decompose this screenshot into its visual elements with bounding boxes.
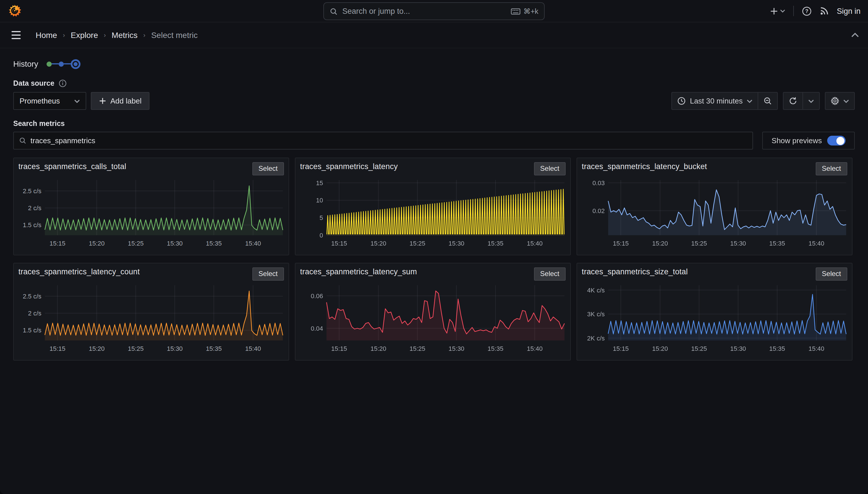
chevron-down-icon	[843, 99, 849, 103]
svg-text:15:15: 15:15	[50, 345, 65, 352]
history-step-connector	[63, 63, 71, 65]
global-search-input[interactable]: Search or jump to... ⌘+k	[323, 2, 545, 20]
panel-title: traces_spanmetrics_latency_count	[18, 267, 140, 276]
svg-text:15:40: 15:40	[245, 345, 261, 352]
sign-in-button[interactable]: Sign in	[837, 6, 861, 15]
svg-text:15:30: 15:30	[449, 240, 465, 247]
refresh-button[interactable]	[784, 93, 803, 109]
breadcrumb-separator: ›	[143, 32, 145, 39]
info-icon	[58, 79, 66, 88]
panel-select-button[interactable]: Select	[534, 162, 566, 175]
svg-text:0.06: 0.06	[311, 292, 323, 300]
breadcrumb-metrics[interactable]: Metrics	[112, 31, 137, 40]
panel-chart-preview: 0.020.0315:1515:2015:2515:3015:3515:40	[582, 176, 847, 252]
history-step-dot[interactable]	[46, 61, 52, 66]
panel-header: traces_spanmetrics_size_total Select	[582, 267, 847, 281]
search-metrics-value: traces_spanmetrics	[31, 136, 95, 145]
svg-text:0.02: 0.02	[592, 207, 605, 214]
metric-panels-grid: traces_spanmetrics_calls_total Select 1.…	[13, 157, 855, 361]
svg-text:0.04: 0.04	[311, 325, 323, 332]
show-previews-label: Show previews	[772, 136, 822, 145]
history-steps[interactable]	[46, 59, 80, 69]
history-current-step[interactable]	[71, 59, 80, 69]
plus-icon	[769, 6, 778, 15]
svg-text:15:20: 15:20	[652, 240, 668, 247]
refresh-icon	[789, 97, 797, 105]
breadcrumb-explore[interactable]: Explore	[71, 31, 98, 40]
breadcrumb-separator: ›	[63, 32, 65, 39]
svg-text:15:40: 15:40	[245, 240, 261, 247]
panel-select-button[interactable]: Select	[815, 162, 847, 175]
svg-text:15:20: 15:20	[652, 345, 668, 352]
svg-text:15:20: 15:20	[89, 240, 105, 247]
time-range-label: Last 30 minutes	[690, 97, 743, 105]
svg-text:0.03: 0.03	[592, 179, 605, 187]
datasource-picker[interactable]: Prometheus	[13, 92, 86, 110]
panel-title: traces_spanmetrics_latency_sum	[300, 267, 417, 276]
metric-panel: traces_spanmetrics_latency_count Select …	[13, 263, 289, 361]
svg-text:15:15: 15:15	[613, 345, 629, 352]
mega-menu-toggle[interactable]	[9, 29, 23, 41]
keyboard-icon	[511, 8, 520, 15]
panel-select-button[interactable]: Select	[252, 267, 284, 281]
new-menu-button[interactable]	[769, 6, 785, 15]
time-range-picker[interactable]: Last 30 minutes	[672, 93, 757, 109]
chevron-down-icon	[74, 99, 80, 103]
collapse-controls-button[interactable]	[851, 33, 859, 37]
show-previews-control: Show previews	[762, 132, 855, 150]
panel-select-button[interactable]: Select	[815, 267, 847, 281]
svg-text:15:30: 15:30	[730, 345, 746, 352]
svg-text:15:25: 15:25	[691, 240, 707, 247]
search-metrics-row: traces_spanmetrics Show previews	[13, 132, 855, 150]
svg-text:15:30: 15:30	[167, 345, 183, 352]
svg-text:15:25: 15:25	[128, 345, 144, 352]
search-metrics-label: Search metrics	[13, 120, 855, 128]
refresh-group	[783, 92, 820, 110]
svg-text:15:25: 15:25	[128, 240, 144, 247]
refresh-interval-dropdown[interactable]	[803, 93, 819, 109]
svg-text:15:25: 15:25	[691, 345, 707, 352]
chevron-down-icon	[808, 99, 814, 103]
history-step-dot[interactable]	[58, 61, 63, 66]
svg-text:15:25: 15:25	[410, 240, 426, 247]
top-nav: Search or jump to... ⌘+k	[0, 0, 868, 22]
breadcrumb-bar: Home › Explore › Metrics › Select metric	[0, 22, 868, 48]
panel-header: traces_spanmetrics_latency_bucket Select	[582, 162, 847, 175]
svg-text:2K c/s: 2K c/s	[587, 335, 605, 342]
svg-text:3K c/s: 3K c/s	[587, 310, 605, 318]
svg-text:?: ?	[805, 8, 808, 14]
plus-icon	[99, 97, 106, 104]
panel-chart-preview: 1.5 c/s2 c/s2.5 c/s15:1515:2015:2515:301…	[18, 282, 284, 358]
panel-header: traces_spanmetrics_latency_sum Select	[300, 267, 566, 281]
svg-text:15:40: 15:40	[527, 345, 542, 352]
panel-chart-preview: 2K c/s3K c/s4K c/s15:1515:2015:2515:3015…	[582, 282, 847, 358]
breadcrumb-current: Select metric	[151, 31, 198, 40]
panel-title: traces_spanmetrics_latency_bucket	[582, 162, 707, 171]
zoom-out-button[interactable]	[757, 93, 777, 109]
breadcrumb-separator: ›	[104, 32, 106, 39]
panel-select-button[interactable]: Select	[534, 267, 566, 281]
grafana-logo-icon[interactable]	[7, 4, 22, 18]
help-button[interactable]: ?	[802, 6, 811, 16]
zoom-out-icon	[763, 97, 772, 105]
add-label-button[interactable]: Add label	[91, 92, 150, 110]
nav-divider	[793, 6, 793, 16]
svg-text:5: 5	[320, 214, 323, 222]
svg-text:15:30: 15:30	[449, 345, 465, 352]
panel-chart-preview: 0.040.0615:1515:2015:2515:3015:3515:40	[300, 282, 566, 358]
metric-panel: traces_spanmetrics_latency_sum Select 0.…	[295, 263, 571, 361]
chevron-down-icon	[747, 99, 752, 103]
query-controls-row: Prometheus Add label Last 30 minutes	[13, 92, 855, 110]
top-nav-actions: ? Sign in	[769, 6, 861, 16]
svg-text:15:30: 15:30	[730, 240, 746, 247]
panel-select-button[interactable]: Select	[252, 162, 284, 175]
news-button[interactable]	[820, 6, 829, 16]
search-metrics-input[interactable]: traces_spanmetrics	[13, 132, 753, 150]
svg-text:1.5 c/s: 1.5 c/s	[23, 327, 41, 334]
show-previews-toggle[interactable]	[827, 136, 845, 146]
svg-text:15:35: 15:35	[769, 240, 785, 247]
svg-text:15:25: 15:25	[410, 345, 426, 352]
settings-button[interactable]	[826, 93, 854, 109]
metric-panel: traces_spanmetrics_calls_total Select 1.…	[13, 157, 289, 255]
breadcrumb-home[interactable]: Home	[36, 31, 57, 40]
